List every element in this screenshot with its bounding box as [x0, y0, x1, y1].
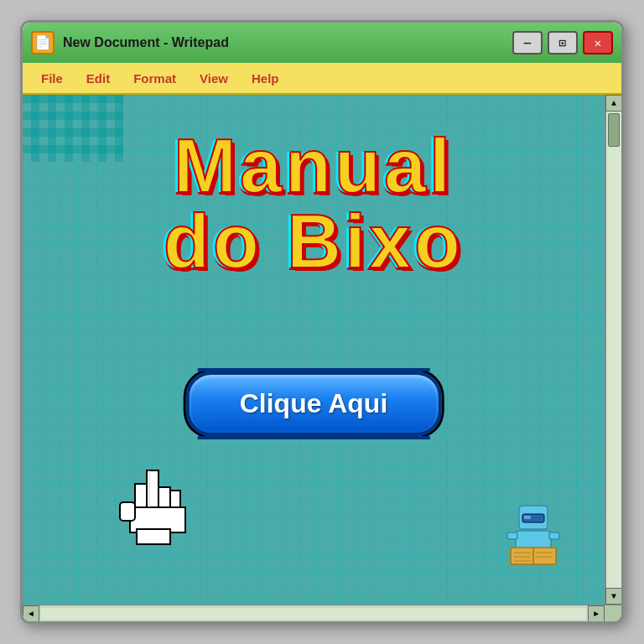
main-window: 📄 New Document - Writepad — ⊡ ✕ File Edi… [20, 20, 624, 624]
pixel-character-icon [504, 504, 563, 571]
close-button[interactable]: ✕ [583, 31, 613, 55]
menu-help[interactable]: Help [242, 68, 289, 89]
app-icon: 📄 [31, 31, 55, 55]
window-controls: — ⊡ ✕ [512, 31, 613, 55]
window-title: New Document - Writepad [63, 35, 504, 50]
scroll-track-h [41, 608, 586, 620]
scroll-right-button[interactable]: ► [588, 605, 605, 622]
content-area: Manual do Bixo Clique Aqui [23, 95, 605, 605]
clique-button-wrapper: Clique Aqui [186, 371, 442, 436]
svg-rect-10 [524, 516, 531, 519]
scroll-track-v [606, 112, 621, 588]
minimize-button[interactable]: — [512, 31, 543, 55]
menu-bar: File Edit Format View Help [23, 63, 621, 95]
clique-aqui-button[interactable]: Clique Aqui [186, 371, 442, 436]
horizontal-scrollbar: ◄ ► [23, 605, 605, 622]
heading-line1: Manual [23, 128, 605, 204]
menu-file[interactable]: File [31, 68, 73, 89]
svg-rect-12 [507, 532, 517, 539]
svg-rect-7 [148, 470, 150, 507]
horizontal-scrollbar-wrapper: ◄ ► [23, 605, 621, 621]
scroll-left-button[interactable]: ◄ [23, 605, 39, 622]
content-wrapper: Manual do Bixo Clique Aqui [23, 95, 621, 605]
vertical-scrollbar: ▲ ▼ [605, 95, 621, 605]
title-bar: 📄 New Document - Writepad — ⊡ ✕ [23, 23, 621, 63]
app-icon-glyph: 📄 [34, 34, 51, 51]
scroll-up-button[interactable]: ▲ [605, 95, 621, 112]
scroll-down-button[interactable]: ▼ [605, 588, 621, 605]
cursor-hand-icon [106, 462, 199, 554]
scrollbar-corner [605, 605, 621, 622]
main-heading: Manual do Bixo [23, 128, 605, 279]
menu-edit[interactable]: Edit [76, 68, 120, 89]
svg-rect-6 [137, 529, 170, 544]
menu-format[interactable]: Format [123, 68, 186, 89]
svg-rect-5 [120, 502, 135, 521]
maximize-button[interactable]: ⊡ [548, 31, 578, 55]
heading-line2: do Bixo [23, 204, 605, 279]
svg-rect-13 [549, 532, 559, 539]
scroll-thumb-v[interactable] [608, 113, 620, 147]
menu-view[interactable]: View [190, 68, 238, 89]
